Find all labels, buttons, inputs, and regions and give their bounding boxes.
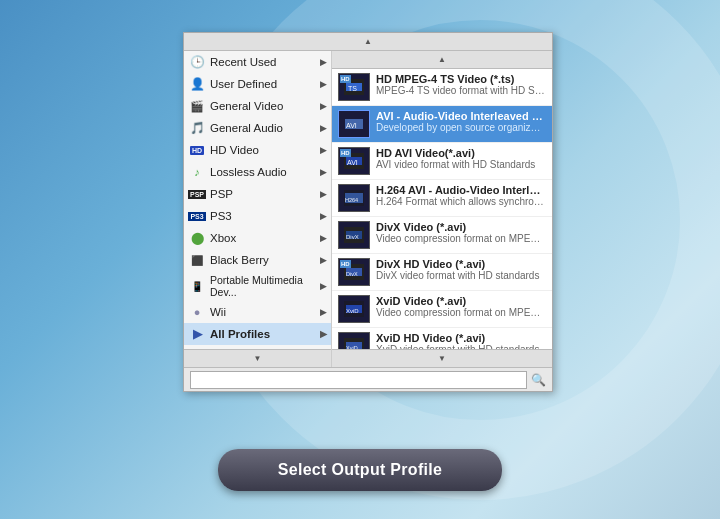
sidebar-item-general-audio[interactable]: 🎵 General Audio ▶ bbox=[184, 117, 331, 139]
divx-text: DivX Video (*.avi) Video compression for… bbox=[376, 221, 546, 244]
wii-label: Wii bbox=[210, 306, 226, 318]
hd-video-label: HD Video bbox=[210, 144, 259, 156]
portable-multimedia-icon: 📱 bbox=[188, 278, 206, 294]
ps3-arrow: ▶ bbox=[320, 211, 327, 221]
portable-multimedia-arrow: ▶ bbox=[320, 281, 327, 291]
general-audio-arrow: ▶ bbox=[320, 123, 327, 133]
hd-badge: HD bbox=[340, 75, 351, 83]
hd-video-icon: HD bbox=[188, 142, 206, 158]
xvid-hd-thumb: XviD bbox=[338, 332, 370, 349]
bottom-button-area: Select Output Profile bbox=[0, 449, 720, 491]
sidebar-item-lossless-audio[interactable]: ♪ Lossless Audio ▶ bbox=[184, 161, 331, 183]
avi-desc: Developed by open source organization,wi… bbox=[376, 122, 546, 133]
recent-used-arrow: ▶ bbox=[320, 57, 327, 67]
sidebar-item-portable-multimedia[interactable]: 📱 Portable Multimedia Dev... ▶ bbox=[184, 271, 331, 301]
ps3-label: PS3 bbox=[210, 210, 232, 222]
blackberry-label: Black Berry bbox=[210, 254, 269, 266]
sidebar-item-user-defined[interactable]: 👤 User Defined ▶ bbox=[184, 73, 331, 95]
right-scroll-up[interactable] bbox=[332, 51, 552, 69]
avi-title: AVI - Audio-Video Interleaved (*.avi) bbox=[376, 110, 546, 122]
ps3-icon: PS3 bbox=[188, 208, 206, 224]
sidebar-item-hd-video[interactable]: HD HD Video ▶ bbox=[184, 139, 331, 161]
svg-text:DivX: DivX bbox=[346, 271, 358, 277]
right-items-list: HD TS HD MPEG-4 TS Video (*.ts) MPEG-4 T… bbox=[332, 69, 552, 349]
general-video-icon: 🎬 bbox=[188, 98, 206, 114]
right-item-avi[interactable]: AVI AVI - Audio-Video Interleaved (*.avi… bbox=[332, 106, 552, 143]
sidebar-item-all-profiles[interactable]: ▶ All Profiles ▶ bbox=[184, 323, 331, 345]
all-profiles-label: All Profiles bbox=[210, 328, 270, 340]
right-item-xvid-hd[interactable]: XviD XviD HD Video (*.avi) XviD video fo… bbox=[332, 328, 552, 349]
h264-avi-title: H.264 AVI - Audio-Video Interleaved... bbox=[376, 184, 546, 196]
general-video-label: General Video bbox=[210, 100, 283, 112]
portable-multimedia-label: Portable Multimedia Dev... bbox=[210, 274, 320, 298]
svg-text:AVI: AVI bbox=[346, 122, 357, 129]
h264-avi-desc: H.264 Format which allows synchronous au… bbox=[376, 196, 546, 207]
user-defined-label: User Defined bbox=[210, 78, 277, 90]
xbox-icon: ⬤ bbox=[188, 230, 206, 246]
psp-arrow: ▶ bbox=[320, 189, 327, 199]
divx-title: DivX Video (*.avi) bbox=[376, 221, 546, 233]
scroll-up-arrow[interactable] bbox=[184, 33, 552, 51]
psp-label: PSP bbox=[210, 188, 233, 200]
hd-avi-title: HD AVI Video(*.avi) bbox=[376, 147, 546, 159]
xvid-thumb: XviD bbox=[338, 295, 370, 323]
hd-video-arrow: ▶ bbox=[320, 145, 327, 155]
hd-mpeg4-ts-text: HD MPEG-4 TS Video (*.ts) MPEG-4 TS vide… bbox=[376, 73, 546, 96]
avi-thumb: AVI bbox=[338, 110, 370, 138]
blackberry-arrow: ▶ bbox=[320, 255, 327, 265]
right-scroll-down[interactable] bbox=[332, 349, 552, 367]
hd-mpeg4-ts-thumb: HD TS bbox=[338, 73, 370, 101]
psp-icon: PSP bbox=[188, 186, 206, 202]
hd-mpeg4-ts-title: HD MPEG-4 TS Video (*.ts) bbox=[376, 73, 546, 85]
blackberry-icon: ⬛ bbox=[188, 252, 206, 268]
recent-used-label: Recent Used bbox=[210, 56, 276, 68]
hd-avi-thumb: HD AVI bbox=[338, 147, 370, 175]
left-items-list: 🕒 Recent Used ▶ 👤 User Defined ▶ 🎬 Gener… bbox=[184, 51, 331, 349]
search-icon: 🔍 bbox=[531, 373, 546, 387]
svg-text:XviD: XviD bbox=[346, 345, 358, 349]
xvid-title: XviD Video (*.avi) bbox=[376, 295, 546, 307]
divx-desc: Video compression format on MPEG4,with D… bbox=[376, 233, 546, 244]
right-item-hd-avi[interactable]: HD AVI HD AVI Video(*.avi) AVI video for… bbox=[332, 143, 552, 180]
sidebar-item-blackberry[interactable]: ⬛ Black Berry ▶ bbox=[184, 249, 331, 271]
sidebar-item-wii[interactable]: ● Wii ▶ bbox=[184, 301, 331, 323]
lossless-audio-label: Lossless Audio bbox=[210, 166, 287, 178]
hd-avi-desc: AVI video format with HD Standards bbox=[376, 159, 546, 170]
all-profiles-arrow: ▶ bbox=[320, 329, 327, 339]
main-content-area: 🕒 Recent Used ▶ 👤 User Defined ▶ 🎬 Gener… bbox=[184, 51, 552, 367]
svg-text:AVI: AVI bbox=[347, 159, 358, 166]
svg-text:TS: TS bbox=[348, 85, 357, 92]
general-video-arrow: ▶ bbox=[320, 101, 327, 111]
divx-hd-text: DivX HD Video (*.avi) DivX video format … bbox=[376, 258, 546, 281]
xbox-label: Xbox bbox=[210, 232, 236, 244]
h264-avi-thumb: H264 bbox=[338, 184, 370, 212]
wii-arrow: ▶ bbox=[320, 307, 327, 317]
right-item-divx[interactable]: DivX DivX Video (*.avi) Video compressio… bbox=[332, 217, 552, 254]
user-defined-arrow: ▶ bbox=[320, 79, 327, 89]
right-item-xvid[interactable]: XviD XviD Video (*.avi) Video compressio… bbox=[332, 291, 552, 328]
hd-avi-text: HD AVI Video(*.avi) AVI video format wit… bbox=[376, 147, 546, 170]
right-item-hd-mpeg4-ts[interactable]: HD TS HD MPEG-4 TS Video (*.ts) MPEG-4 T… bbox=[332, 69, 552, 106]
right-item-divx-hd[interactable]: HD DivX DivX HD Video (*.avi) DivX video… bbox=[332, 254, 552, 291]
select-output-profile-button[interactable]: Select Output Profile bbox=[218, 449, 503, 491]
divx-hd-badge: HD bbox=[340, 260, 351, 268]
sidebar-item-general-video[interactable]: 🎬 General Video ▶ bbox=[184, 95, 331, 117]
xvid-hd-title: XviD HD Video (*.avi) bbox=[376, 332, 546, 344]
sidebar-item-xbox[interactable]: ⬤ Xbox ▶ bbox=[184, 227, 331, 249]
svg-text:H264: H264 bbox=[345, 197, 358, 203]
sidebar-item-ps3[interactable]: PS3 PS3 ▶ bbox=[184, 205, 331, 227]
search-input[interactable] bbox=[190, 371, 527, 389]
right-item-h264-avi[interactable]: H264 H.264 AVI - Audio-Video Interleaved… bbox=[332, 180, 552, 217]
sidebar-item-recent-used[interactable]: 🕒 Recent Used ▶ bbox=[184, 51, 331, 73]
left-scroll-down[interactable] bbox=[184, 349, 331, 367]
lossless-audio-arrow: ▶ bbox=[320, 167, 327, 177]
sidebar-item-psp[interactable]: PSP PSP ▶ bbox=[184, 183, 331, 205]
divx-hd-title: DivX HD Video (*.avi) bbox=[376, 258, 546, 270]
xvid-desc: Video compression format on MPEG4,devel.… bbox=[376, 307, 546, 318]
xvid-hd-text: XviD HD Video (*.avi) XviD video format … bbox=[376, 332, 546, 349]
user-defined-icon: 👤 bbox=[188, 76, 206, 92]
svg-text:DivX: DivX bbox=[346, 234, 359, 240]
all-profiles-icon: ▶ bbox=[188, 326, 206, 342]
general-audio-icon: 🎵 bbox=[188, 120, 206, 136]
right-panel: HD TS HD MPEG-4 TS Video (*.ts) MPEG-4 T… bbox=[332, 51, 552, 367]
